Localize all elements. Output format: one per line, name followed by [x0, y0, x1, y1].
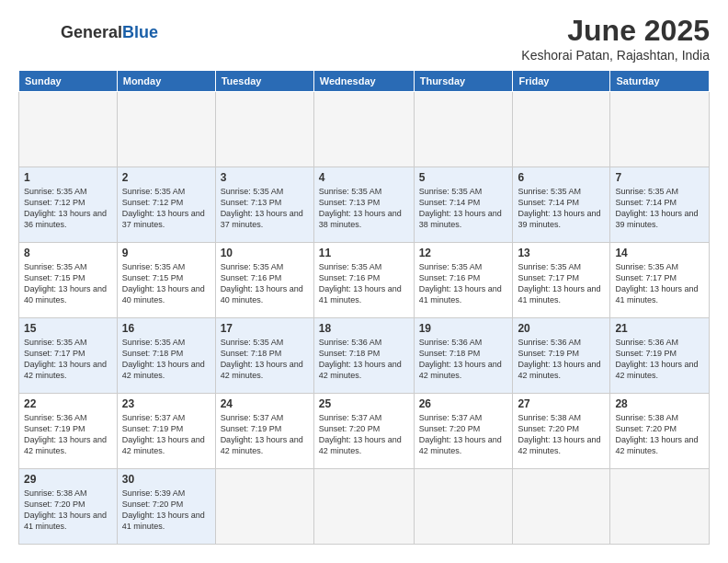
- day-info: Sunrise: 5:35 AMSunset: 7:16 PMDaylight:…: [319, 261, 409, 306]
- table-row: [313, 469, 414, 545]
- table-row: 1Sunrise: 5:35 AMSunset: 7:12 PMDaylight…: [19, 167, 118, 243]
- day-number: 1: [24, 171, 112, 184]
- calendar-week-5: 22Sunrise: 5:36 AMSunset: 7:19 PMDayligh…: [19, 394, 710, 469]
- day-info: Sunrise: 5:35 AMSunset: 7:17 PMDaylight:…: [615, 261, 704, 306]
- col-friday: Friday: [513, 71, 610, 92]
- day-info: Sunrise: 5:35 AMSunset: 7:18 PMDaylight:…: [122, 337, 210, 382]
- day-info: Sunrise: 5:39 AMSunset: 7:20 PMDaylight:…: [122, 488, 210, 533]
- day-info: Sunrise: 5:37 AMSunset: 7:20 PMDaylight:…: [419, 412, 508, 457]
- day-info: Sunrise: 5:37 AMSunset: 7:19 PMDaylight:…: [221, 412, 309, 457]
- table-row: 6Sunrise: 5:35 AMSunset: 7:14 PMDaylight…: [513, 167, 610, 243]
- table-row: [513, 469, 610, 545]
- table-row: [513, 92, 610, 167]
- day-info: Sunrise: 5:35 AMSunset: 7:17 PMDaylight:…: [24, 337, 112, 382]
- calendar-week-6: 29Sunrise: 5:38 AMSunset: 7:20 PMDayligh…: [19, 469, 710, 545]
- day-number: 20: [518, 322, 605, 335]
- day-number: 28: [615, 397, 704, 410]
- day-info: Sunrise: 5:35 AMSunset: 7:14 PMDaylight:…: [419, 186, 508, 231]
- table-row: 3Sunrise: 5:35 AMSunset: 7:13 PMDaylight…: [215, 167, 313, 243]
- calendar-table: Sunday Monday Tuesday Wednesday Thursday…: [18, 70, 710, 545]
- table-row: 30Sunrise: 5:39 AMSunset: 7:20 PMDayligh…: [117, 469, 215, 545]
- table-row: 7Sunrise: 5:35 AMSunset: 7:14 PMDaylight…: [610, 167, 710, 243]
- day-info: Sunrise: 5:35 AMSunset: 7:13 PMDaylight:…: [319, 186, 409, 231]
- table-row: 13Sunrise: 5:35 AMSunset: 7:17 PMDayligh…: [513, 243, 610, 318]
- table-row: [313, 92, 414, 167]
- day-number: 24: [221, 397, 309, 410]
- day-number: 13: [518, 247, 605, 259]
- day-number: 12: [419, 247, 508, 259]
- day-info: Sunrise: 5:35 AMSunset: 7:18 PMDaylight:…: [221, 337, 309, 382]
- day-info: Sunrise: 5:36 AMSunset: 7:18 PMDaylight:…: [419, 337, 508, 382]
- page: GeneralBlue June 2025 Keshorai Patan, Ra…: [0, 0, 728, 563]
- day-info: Sunrise: 5:35 AMSunset: 7:12 PMDaylight:…: [24, 186, 112, 231]
- day-number: 5: [419, 171, 508, 184]
- table-row: [414, 92, 513, 167]
- col-monday: Monday: [117, 71, 215, 92]
- day-number: 9: [122, 247, 210, 259]
- location: Keshorai Patan, Rajashtan, India: [521, 48, 710, 63]
- day-info: Sunrise: 5:35 AMSunset: 7:12 PMDaylight:…: [122, 186, 210, 231]
- table-row: [610, 92, 710, 167]
- day-info: Sunrise: 5:35 AMSunset: 7:16 PMDaylight:…: [419, 261, 508, 306]
- title-section: June 2025 Keshorai Patan, Rajashtan, Ind…: [521, 14, 710, 63]
- day-info: Sunrise: 5:38 AMSunset: 7:20 PMDaylight:…: [24, 488, 112, 533]
- day-info: Sunrise: 5:36 AMSunset: 7:19 PMDaylight:…: [615, 337, 704, 382]
- table-row: 24Sunrise: 5:37 AMSunset: 7:19 PMDayligh…: [215, 394, 313, 469]
- day-info: Sunrise: 5:36 AMSunset: 7:18 PMDaylight:…: [319, 337, 409, 382]
- day-number: 2: [122, 171, 210, 184]
- day-number: 7: [615, 171, 704, 184]
- day-info: Sunrise: 5:35 AMSunset: 7:13 PMDaylight:…: [221, 186, 309, 231]
- day-number: 8: [24, 247, 112, 259]
- day-info: Sunrise: 5:37 AMSunset: 7:19 PMDaylight:…: [122, 412, 210, 457]
- day-info: Sunrise: 5:37 AMSunset: 7:20 PMDaylight:…: [319, 412, 409, 457]
- calendar-week-3: 8Sunrise: 5:35 AMSunset: 7:15 PMDaylight…: [19, 243, 710, 318]
- calendar-header-row: Sunday Monday Tuesday Wednesday Thursday…: [19, 71, 710, 92]
- table-row: [215, 92, 313, 167]
- table-row: 25Sunrise: 5:37 AMSunset: 7:20 PMDayligh…: [313, 394, 414, 469]
- table-row: 18Sunrise: 5:36 AMSunset: 7:18 PMDayligh…: [313, 318, 414, 394]
- table-row: 19Sunrise: 5:36 AMSunset: 7:18 PMDayligh…: [414, 318, 513, 394]
- day-info: Sunrise: 5:35 AMSunset: 7:17 PMDaylight:…: [518, 261, 605, 306]
- day-number: 27: [518, 397, 605, 410]
- calendar-week-4: 15Sunrise: 5:35 AMSunset: 7:17 PMDayligh…: [19, 318, 710, 394]
- col-saturday: Saturday: [610, 71, 710, 92]
- table-row: 21Sunrise: 5:36 AMSunset: 7:19 PMDayligh…: [610, 318, 710, 394]
- table-row: 8Sunrise: 5:35 AMSunset: 7:15 PMDaylight…: [19, 243, 118, 318]
- day-number: 4: [319, 171, 409, 184]
- day-number: 23: [122, 397, 210, 410]
- table-row: 10Sunrise: 5:35 AMSunset: 7:16 PMDayligh…: [215, 243, 313, 318]
- day-info: Sunrise: 5:36 AMSunset: 7:19 PMDaylight:…: [518, 337, 605, 382]
- day-number: 30: [122, 473, 210, 486]
- calendar-week-2: 1Sunrise: 5:35 AMSunset: 7:12 PMDaylight…: [19, 167, 710, 243]
- table-row: 5Sunrise: 5:35 AMSunset: 7:14 PMDaylight…: [414, 167, 513, 243]
- col-thursday: Thursday: [414, 71, 513, 92]
- table-row: 9Sunrise: 5:35 AMSunset: 7:15 PMDaylight…: [117, 243, 215, 318]
- table-row: 11Sunrise: 5:35 AMSunset: 7:16 PMDayligh…: [313, 243, 414, 318]
- table-row: 17Sunrise: 5:35 AMSunset: 7:18 PMDayligh…: [215, 318, 313, 394]
- day-number: 6: [518, 171, 605, 184]
- table-row: [414, 469, 513, 545]
- day-info: Sunrise: 5:35 AMSunset: 7:15 PMDaylight:…: [24, 261, 112, 306]
- table-row: 15Sunrise: 5:35 AMSunset: 7:17 PMDayligh…: [19, 318, 118, 394]
- table-row: 29Sunrise: 5:38 AMSunset: 7:20 PMDayligh…: [19, 469, 118, 545]
- table-row: 27Sunrise: 5:38 AMSunset: 7:20 PMDayligh…: [513, 394, 610, 469]
- day-info: Sunrise: 5:35 AMSunset: 7:15 PMDaylight:…: [122, 261, 210, 306]
- day-number: 16: [122, 322, 210, 335]
- day-number: 18: [319, 322, 409, 335]
- table-row: 22Sunrise: 5:36 AMSunset: 7:19 PMDayligh…: [19, 394, 118, 469]
- table-row: [117, 92, 215, 167]
- day-number: 15: [24, 322, 112, 335]
- day-number: 26: [419, 397, 508, 410]
- day-number: 25: [319, 397, 409, 410]
- col-wednesday: Wednesday: [313, 71, 414, 92]
- day-number: 17: [221, 322, 309, 335]
- table-row: [19, 92, 118, 167]
- logo-blue-text: Blue: [122, 23, 158, 41]
- day-number: 29: [24, 473, 112, 486]
- col-tuesday: Tuesday: [215, 71, 313, 92]
- table-row: 4Sunrise: 5:35 AMSunset: 7:13 PMDaylight…: [313, 167, 414, 243]
- logo-general-text: General: [61, 23, 122, 41]
- table-row: 23Sunrise: 5:37 AMSunset: 7:19 PMDayligh…: [117, 394, 215, 469]
- day-info: Sunrise: 5:35 AMSunset: 7:14 PMDaylight:…: [518, 186, 605, 231]
- table-row: 28Sunrise: 5:38 AMSunset: 7:20 PMDayligh…: [610, 394, 710, 469]
